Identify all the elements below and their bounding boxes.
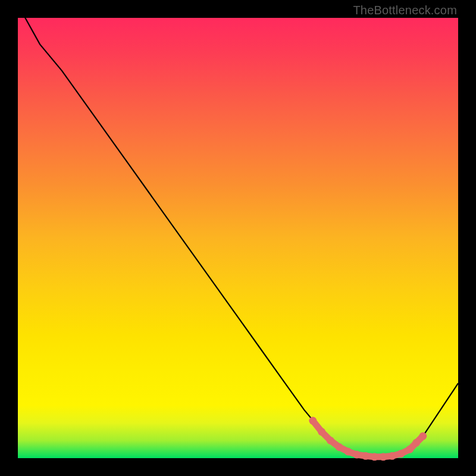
highlight-dot <box>309 417 317 425</box>
highlight-dot <box>353 451 361 459</box>
highlight-dot <box>336 443 343 451</box>
highlight-dot <box>397 450 405 458</box>
highlight-dot <box>412 439 420 447</box>
highlight-dot <box>362 452 369 460</box>
highlight-dot <box>371 453 378 461</box>
attribution-label: TheBottleneck.com <box>353 4 457 17</box>
optimal-range-highlight <box>309 417 427 461</box>
highlight-dot <box>327 437 334 444</box>
highlight-dot <box>419 433 427 440</box>
chart-frame: TheBottleneck.com <box>0 0 476 476</box>
bottleneck-curve <box>18 5 458 457</box>
highlight-dot <box>380 453 387 461</box>
highlight-dot <box>406 446 414 453</box>
curve-layer <box>18 18 458 458</box>
highlight-dot <box>389 452 396 460</box>
plot-area <box>18 18 458 458</box>
highlight-dot <box>345 447 352 455</box>
highlight-dot <box>318 428 325 436</box>
